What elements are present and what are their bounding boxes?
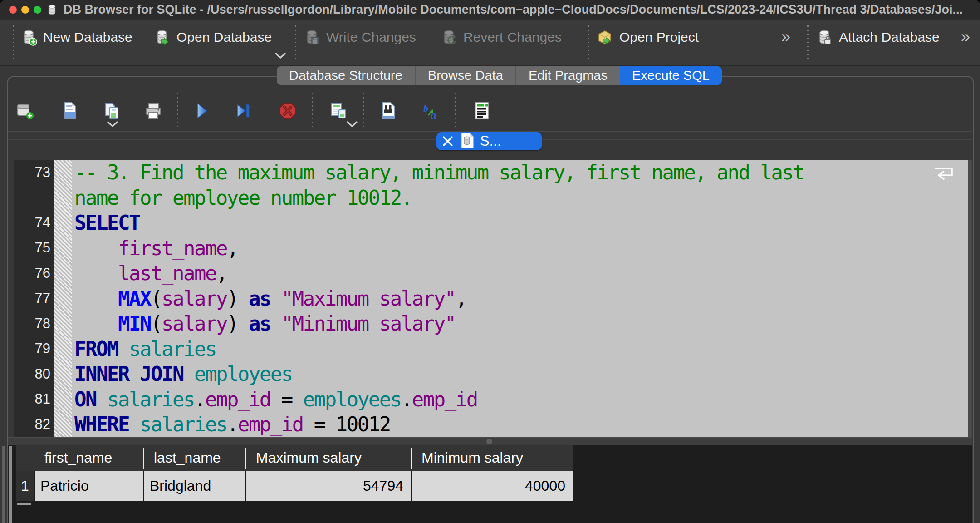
- execute-current-line-button[interactable]: [233, 100, 254, 121]
- database-new-icon: [20, 29, 37, 46]
- toolbar-overflow-chevron-icon[interactable]: »: [781, 27, 789, 46]
- open-project-button[interactable]: Open Project: [596, 24, 699, 51]
- close-window-button[interactable]: [9, 6, 17, 14]
- line-number: 80: [14, 361, 54, 387]
- main-toolbar: New Database Open Database Write Changes…: [0, 20, 980, 66]
- tab-edit-pragmas[interactable]: Edit Pragmas: [515, 66, 620, 85]
- tab-execute-sql[interactable]: Execute SQL: [620, 66, 722, 85]
- open-sql-file-button[interactable]: [59, 100, 80, 121]
- code-line: INNER JOIN employees: [72, 361, 968, 387]
- line-number: 79: [14, 336, 54, 362]
- tab-browse-data[interactable]: Browse Data: [415, 66, 515, 85]
- sql-file-icon: [460, 132, 475, 150]
- tab-database-structure[interactable]: Database Structure: [277, 66, 415, 85]
- code-line: last_name,: [72, 261, 968, 286]
- editor-scrollbar[interactable]: [968, 160, 972, 437]
- line-number: 77: [14, 286, 54, 311]
- minimize-window-button[interactable]: [21, 6, 29, 14]
- result-cell-minimum-salary[interactable]: 40000: [412, 471, 573, 501]
- header-separator: [573, 448, 573, 469]
- sql-toolbar-separator: [455, 93, 456, 129]
- toolbar-separator: [295, 25, 296, 60]
- line-number: 73: [14, 160, 54, 185]
- sql-file-tab-label: S...: [480, 133, 501, 149]
- toolbar-overflow-chevron-icon[interactable]: »: [961, 27, 969, 46]
- column-header-minimum-salary[interactable]: Minimum salary: [411, 445, 573, 471]
- line-wrap-icon: [931, 164, 956, 186]
- open-database-dropdown-icon[interactable]: [274, 52, 287, 61]
- write-changes-button[interactable]: Write Changes: [303, 24, 416, 51]
- open-sql-tab-button[interactable]: [15, 100, 36, 121]
- results-table-row: 1PatricioBridgland5479440000: [0, 471, 980, 501]
- line-number-gutter: 73747576777879808182: [14, 160, 54, 437]
- code-line: -- 3. Find the maximum salary, minimum s…: [72, 160, 968, 185]
- row-number[interactable]: 1: [16, 471, 34, 501]
- code-line: FROM salaries: [72, 336, 968, 362]
- header-separator: [245, 448, 246, 469]
- new-database-label: New Database: [43, 30, 132, 45]
- toolbar-separator: [588, 25, 589, 60]
- code-line: WHERE salaries.emp_id = 10012: [72, 412, 968, 437]
- results-header-row: first_namelast_nameMaximum salaryMinimum…: [16, 445, 573, 471]
- svg-text:b: b: [423, 103, 428, 114]
- toolbar-separator: [807, 25, 808, 60]
- fold-margin: [54, 160, 72, 437]
- attach-database-label: Attach Database: [839, 30, 940, 45]
- app-window: DB Browser for SQLite - /Users/russellgo…: [0, 0, 980, 523]
- zoom-window-button[interactable]: [34, 6, 41, 14]
- result-cell-last_name[interactable]: Bridgland: [144, 471, 245, 501]
- sql-toolbar-separator: [363, 93, 364, 129]
- app-database-icon: [46, 4, 58, 18]
- line-number: 78: [14, 311, 54, 336]
- write-changes-label: Write Changes: [326, 30, 416, 45]
- attach-database-button[interactable]: Attach Database: [816, 24, 940, 51]
- column-header-first_name[interactable]: first_name: [34, 445, 143, 471]
- open-database-button[interactable]: Open Database: [153, 24, 272, 51]
- sql-toolbar-separator: [312, 93, 313, 129]
- code-line: name for employee number 10012.: [72, 185, 968, 211]
- format-sql-button[interactable]: ba: [422, 100, 443, 121]
- database-revert-icon: [440, 29, 457, 46]
- show-results-pane-button[interactable]: [471, 100, 492, 121]
- code-line: first_name,: [72, 236, 968, 261]
- header-separator: [411, 448, 412, 469]
- revert-changes-button[interactable]: Revert Changes: [440, 24, 562, 51]
- code-line: MIN(salary) as "Minimum salary": [72, 311, 968, 336]
- toolbar-separator: [13, 25, 14, 60]
- find-in-sql-button[interactable]: [378, 100, 399, 121]
- view-tab-bar: Database Structure Browse Data Edit Prag…: [277, 66, 722, 85]
- sql-editor[interactable]: -- 3. Find the maximum salary, minimum s…: [72, 160, 968, 437]
- title-bar: DB Browser for SQLite - /Users/russellgo…: [0, 0, 980, 20]
- close-sql-tab-icon[interactable]: [442, 135, 454, 147]
- export-results-button[interactable]: [328, 100, 349, 121]
- print-sql-button[interactable]: [143, 100, 164, 121]
- header-separator: [143, 448, 144, 469]
- new-database-button[interactable]: New Database: [20, 24, 132, 51]
- column-header-maximum-salary[interactable]: Maximum salary: [245, 445, 411, 471]
- save-sql-dropdown-icon[interactable]: [106, 121, 119, 130]
- line-number: 76: [14, 261, 54, 286]
- line-number: 74: [14, 210, 54, 236]
- window-title: DB Browser for SQLite - /Users/russellgo…: [64, 0, 963, 20]
- header-separator: [34, 448, 34, 469]
- code-line: SELECT: [72, 210, 968, 236]
- open-database-label: Open Database: [176, 30, 272, 45]
- save-sql-file-button[interactable]: [102, 100, 122, 121]
- line-number: 81: [14, 387, 54, 412]
- result-cell-maximum-salary[interactable]: 54794: [246, 471, 411, 501]
- sql-file-tab[interactable]: S...: [436, 132, 542, 150]
- column-header-last_name[interactable]: last_name: [143, 445, 245, 471]
- execute-all-button[interactable]: [191, 100, 212, 121]
- sql-toolbar-separator: [177, 93, 178, 129]
- line-number: 82: [14, 412, 54, 437]
- database-attach-icon: [816, 29, 833, 46]
- line-number: 75: [14, 236, 54, 261]
- database-write-icon: [303, 29, 320, 46]
- stop-execution-button[interactable]: [277, 100, 298, 121]
- revert-changes-label: Revert Changes: [463, 30, 562, 45]
- result-cell-first_name[interactable]: Patricio: [35, 471, 143, 501]
- splitter-grip-icon: [486, 439, 492, 444]
- code-line: MAX(salary) as "Maximum salary",: [72, 286, 968, 311]
- export-dropdown-icon[interactable]: [346, 121, 358, 130]
- code-line: ON salaries.emp_id = employees.emp_id: [72, 387, 968, 412]
